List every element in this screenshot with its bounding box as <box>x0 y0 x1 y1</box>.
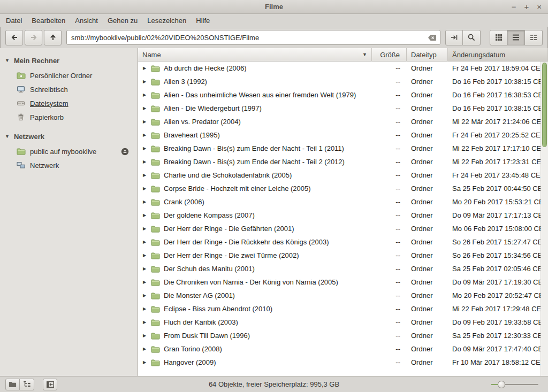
location-input[interactable] <box>71 34 428 42</box>
expander-icon[interactable]: ▶ <box>142 333 147 338</box>
chevron-down-icon[interactable]: ▼ <box>5 134 10 139</box>
file-type: Ordner <box>407 88 448 102</box>
eject-icon[interactable] <box>121 148 129 156</box>
table-row[interactable]: ▶Corpse Bride - Hochzeit mit einer Leich… <box>138 182 548 195</box>
expander-icon[interactable]: ▶ <box>142 320 147 325</box>
expander-icon[interactable]: ▶ <box>142 293 147 298</box>
column-header-anderungsdatum[interactable]: Änderungsdatum <box>448 48 548 62</box>
table-row[interactable]: ▶Alien - Das unheimliche Wesen aus einer… <box>138 88 548 102</box>
minimize-button[interactable]: − <box>512 3 516 11</box>
forward-button[interactable] <box>25 30 42 45</box>
expander-icon[interactable]: ▶ <box>142 79 147 84</box>
table-row[interactable]: ▶Alien - Die Wiedergeburt (1997)--Ordner… <box>138 102 548 115</box>
expander-icon[interactable]: ▶ <box>142 93 147 97</box>
table-row[interactable]: ▶Breaking Dawn - Bis(s) zum Ende der Nac… <box>138 142 548 155</box>
expander-icon[interactable]: ▶ <box>142 119 147 124</box>
maximize-button[interactable]: + <box>524 3 529 11</box>
file-type: Ordner <box>407 235 448 249</box>
forward-arrow-icon <box>29 33 38 42</box>
search-button[interactable] <box>463 30 481 45</box>
expander-icon[interactable]: ▶ <box>142 240 147 244</box>
sidebar-item-personlicher-ordner[interactable]: Persönlicher Ordner <box>0 68 138 82</box>
places-view-button[interactable] <box>5 379 20 390</box>
table-row[interactable]: ▶Breaking Dawn - Bis(s) zum Ende der Nac… <box>138 155 548 168</box>
zoom-slider[interactable] <box>489 376 543 392</box>
expander-icon[interactable]: ▶ <box>142 66 147 71</box>
sidebar: ▼Mein RechnerPersönlicher OrdnerSchreibt… <box>0 48 138 376</box>
table-row[interactable]: ▶Eclipse - Biss zum Abendrot (2010)--Ord… <box>138 302 548 316</box>
menu-ansicht[interactable]: Ansicht <box>70 15 103 26</box>
expander-icon[interactable]: ▶ <box>142 266 147 271</box>
expander-icon[interactable]: ▶ <box>142 173 147 178</box>
expander-icon[interactable]: ▶ <box>142 199 147 204</box>
table-row[interactable]: ▶Crank (2006)--OrdnerMo 20 Feb 2017 15:5… <box>138 195 548 209</box>
clear-location-icon[interactable] <box>428 34 437 41</box>
vertical-scrollbar[interactable] <box>541 62 548 376</box>
sidebar-item-papierkorb[interactable]: Papierkorb <box>0 110 138 124</box>
trash-icon <box>17 113 26 121</box>
column-header-name[interactable]: Name▼ <box>138 48 372 62</box>
sidebar-section-netzwerk: ▼Netzwerkpublic auf mybookliveNetzwerk <box>0 128 138 172</box>
location-bar[interactable] <box>66 30 440 45</box>
list-view-icon <box>512 33 520 42</box>
menu-hilfe[interactable]: Hilfe <box>191 15 215 26</box>
menu-bearbeiten[interactable]: Bearbeiten <box>27 15 70 26</box>
expander-icon[interactable]: ▶ <box>142 226 147 231</box>
column-header-dateityp[interactable]: Dateityp <box>407 48 448 62</box>
zoom-slider-handle[interactable] <box>498 381 505 388</box>
sidebar-item-dateisystem[interactable]: Dateisystem <box>0 96 138 110</box>
table-row[interactable]: ▶Der Herr der Ringe - Die Gefährten (200… <box>138 222 548 235</box>
expander-icon[interactable]: ▶ <box>142 146 147 151</box>
back-button[interactable] <box>5 30 23 45</box>
expander-icon[interactable]: ▶ <box>142 186 147 191</box>
table-row[interactable]: ▶Der Schuh des Manitu (2001)--OrdnerSa 2… <box>138 262 548 275</box>
file-name: Der goldene Kompass (2007) <box>164 211 255 219</box>
table-row[interactable]: ▶Die Monster AG (2001)--OrdnerMo 20 Feb … <box>138 289 548 302</box>
sidebar-section-header[interactable]: ▼Netzwerk <box>0 128 138 144</box>
table-row[interactable]: ▶From Dusk Till Dawn (1996)--OrdnerSa 25… <box>138 329 548 342</box>
chevron-down-icon[interactable]: ▼ <box>5 58 10 63</box>
hide-sidebar-button[interactable] <box>43 379 57 390</box>
expander-icon[interactable]: ▶ <box>142 133 147 137</box>
menu-gehen-zu[interactable]: Gehen zu <box>103 15 142 26</box>
table-row[interactable]: ▶Alien 3 (1992)--OrdnerDo 16 Feb 2017 10… <box>138 75 548 88</box>
column-header-gro-e[interactable]: Größe <box>372 48 407 62</box>
close-button[interactable]: × <box>537 3 542 11</box>
table-row[interactable]: ▶Der Herr der Ringe - Die zwei Türme (20… <box>138 249 548 262</box>
expander-icon[interactable]: ▶ <box>142 106 147 111</box>
compact-view-button[interactable] <box>525 30 543 45</box>
table-row[interactable]: ▶Alien vs. Predator (2004)--OrdnerMi 22 … <box>138 115 548 128</box>
table-row[interactable]: ▶Der goldene Kompass (2007)--OrdnerDo 09… <box>138 209 548 222</box>
icon-view-button[interactable] <box>490 30 507 45</box>
table-row[interactable]: ▶Charlie und die Schokoladenfabrik (2005… <box>138 168 548 182</box>
up-arrow-icon <box>49 33 57 42</box>
table-row[interactable]: ▶Die Chroniken von Narnia - Der König vo… <box>138 275 548 289</box>
expander-icon[interactable]: ▶ <box>142 306 147 311</box>
sidebar-item-netzwerk[interactable]: Netzwerk <box>0 158 138 172</box>
table-row[interactable]: ▶Hangover (2009)--OrdnerFr 10 Mär 2017 1… <box>138 356 548 369</box>
table-row[interactable]: ▶Der Herr der Ringe - Die Rückkehr des K… <box>138 235 548 249</box>
expander-icon[interactable]: ▶ <box>142 347 147 351</box>
edit-location-button[interactable] <box>445 30 463 45</box>
list-view-button[interactable] <box>507 30 525 45</box>
expander-icon[interactable]: ▶ <box>142 253 147 258</box>
table-row[interactable]: ▶Fluch der Karibik (2003)--OrdnerDo 09 F… <box>138 316 548 329</box>
expander-icon[interactable]: ▶ <box>142 213 147 218</box>
file-type: Ordner <box>407 168 448 182</box>
expander-icon[interactable]: ▶ <box>142 280 147 285</box>
table-row[interactable]: ▶Gran Torino (2008)--OrdnerDo 09 Mär 201… <box>138 342 548 356</box>
sidebar-section-header[interactable]: ▼Mein Rechner <box>0 52 138 68</box>
scrollbar-thumb[interactable] <box>542 63 547 147</box>
sidebar-item-schreibtisch[interactable]: Schreibtisch <box>0 82 138 96</box>
titlebar[interactable]: Filme − + × <box>0 0 548 14</box>
tree-view-button[interactable] <box>20 379 34 390</box>
menu-lesezeichen[interactable]: Lesezeichen <box>142 15 191 26</box>
table-row[interactable]: ▶Ab durch die Hecke (2006)--OrdnerFr 24 … <box>138 62 548 75</box>
expander-icon[interactable]: ▶ <box>142 360 147 365</box>
menu-datei[interactable]: Datei <box>1 15 27 26</box>
column-label: Änderungsdatum <box>452 51 505 59</box>
table-row[interactable]: ▶Braveheart (1995)--OrdnerFr 24 Feb 2017… <box>138 128 548 142</box>
sidebar-item-public-auf-mybooklive[interactable]: public auf mybooklive <box>0 144 138 158</box>
up-button[interactable] <box>44 30 62 45</box>
expander-icon[interactable]: ▶ <box>142 159 147 164</box>
